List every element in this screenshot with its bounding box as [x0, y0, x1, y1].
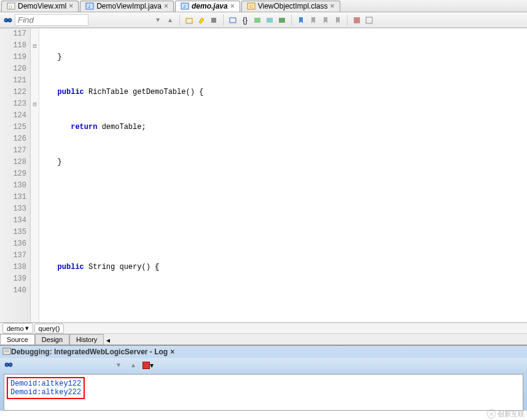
svg-text:J: J: [88, 4, 90, 9]
class-icon: C: [247, 2, 256, 10]
bookmark-prev-icon[interactable]: [320, 15, 331, 26]
svg-point-23: [9, 363, 12, 367]
close-icon[interactable]: ×: [230, 2, 235, 10]
separator: [347, 15, 348, 26]
svg-text:⟨⟩: ⟨⟩: [9, 4, 12, 9]
svg-rect-11: [211, 18, 216, 23]
braces-icon[interactable]: {}: [240, 15, 251, 26]
find-input[interactable]: [15, 14, 88, 26]
toolbar-btn-4[interactable]: [227, 15, 238, 26]
close-icon[interactable]: ×: [164, 2, 168, 10]
arrow-up-icon[interactable]: [128, 360, 139, 371]
tab-demoview-xml[interactable]: ⟨⟩ DemoView.xml ×: [1, 1, 79, 12]
tab-design[interactable]: Design: [35, 334, 69, 344]
toolbar-btn-13[interactable]: [364, 15, 375, 26]
log-panel: Debugging: IntegratedWebLogicServer - Lo…: [0, 345, 527, 411]
close-icon[interactable]: ×: [330, 2, 335, 10]
svg-rect-15: [279, 18, 285, 23]
tab-label: DemoView.xml: [18, 2, 66, 10]
breadcrumb: demo▾ query(): [0, 323, 527, 334]
toolbar-btn-1[interactable]: [184, 15, 195, 26]
editor-toolbar: {}: [0, 12, 527, 28]
tab-label: demo.java: [192, 2, 228, 10]
svg-rect-14: [267, 18, 273, 23]
xml-icon: ⟨⟩: [7, 2, 15, 10]
svg-point-8: [4, 18, 8, 22]
tab-label: ViewObjectImpl.class: [258, 2, 328, 10]
toolbar-btn-8[interactable]: [276, 15, 287, 26]
toolbar-btn-6[interactable]: [252, 15, 263, 26]
highlight-icon[interactable]: [196, 15, 207, 26]
line-number-gutter: 1171181191201211221231241251261271281291…: [0, 28, 31, 322]
separator: [179, 15, 180, 26]
log-header: Debugging: IntegratedWebLogicServer - Lo…: [0, 346, 527, 358]
tab-demo-java[interactable]: J demo.java ×: [175, 1, 240, 12]
arrow-down-icon[interactable]: [113, 360, 124, 371]
tab-label: DemoViewImpl.java: [96, 2, 162, 10]
java-icon: J: [181, 2, 189, 10]
bookmark-next-icon[interactable]: [308, 15, 319, 26]
breadcrumb-method[interactable]: query(): [34, 324, 64, 333]
log-icon: [2, 347, 11, 357]
stop-button[interactable]: ▾: [142, 360, 154, 371]
tab-viewobjectimpl[interactable]: C ViewObjectImpl.class ×: [241, 1, 340, 12]
svg-rect-13: [254, 18, 260, 23]
toolbar-btn-3[interactable]: [208, 15, 219, 26]
tab-history[interactable]: History: [69, 334, 104, 344]
separator: [223, 15, 224, 26]
view-mode-tabs: Source Design History ◂: [0, 334, 527, 345]
bookmark-clear-icon[interactable]: [332, 15, 343, 26]
svg-rect-16: [354, 17, 360, 23]
java-icon: J: [85, 2, 94, 10]
close-icon[interactable]: ×: [170, 348, 174, 356]
code-content[interactable]: } public RichTable getDemoTable() { retu…: [39, 28, 527, 322]
watermark: ✕ 创新互联: [486, 409, 525, 419]
arrow-up-icon[interactable]: [165, 15, 176, 26]
breadcrumb-class[interactable]: demo▾: [2, 323, 33, 333]
log-content[interactable]: Demoid:altkey122 Demoid:altkey222: [4, 374, 523, 411]
svg-point-9: [8, 18, 12, 22]
fold-gutter: ⊟ ⊟: [31, 28, 39, 322]
toolbar-btn-12[interactable]: [351, 15, 362, 26]
separator: [291, 15, 292, 26]
svg-text:C: C: [249, 4, 253, 9]
code-editor[interactable]: 1171181191201211221231241251261271281291…: [0, 28, 527, 323]
arrow-down-icon[interactable]: [152, 15, 163, 26]
tab-demoviewimpl[interactable]: J DemoViewImpl.java ×: [80, 1, 174, 12]
svg-rect-12: [230, 18, 236, 23]
binoculars-icon[interactable]: [2, 15, 14, 26]
bookmark-icon[interactable]: [295, 15, 306, 26]
svg-rect-10: [186, 18, 192, 23]
tab-source[interactable]: Source: [0, 334, 35, 344]
file-tab-bar: ⟨⟩ DemoView.xml × J DemoViewImpl.java × …: [0, 0, 527, 12]
svg-text:✕: ✕: [489, 411, 494, 418]
svg-rect-19: [3, 348, 10, 354]
svg-rect-17: [366, 17, 372, 23]
log-toolbar: ▾: [0, 358, 527, 373]
toolbar-btn-7[interactable]: [264, 15, 275, 26]
binoculars-icon[interactable]: [4, 360, 14, 371]
close-icon[interactable]: ×: [69, 2, 73, 10]
svg-point-22: [5, 363, 9, 367]
svg-text:J: J: [183, 4, 185, 9]
